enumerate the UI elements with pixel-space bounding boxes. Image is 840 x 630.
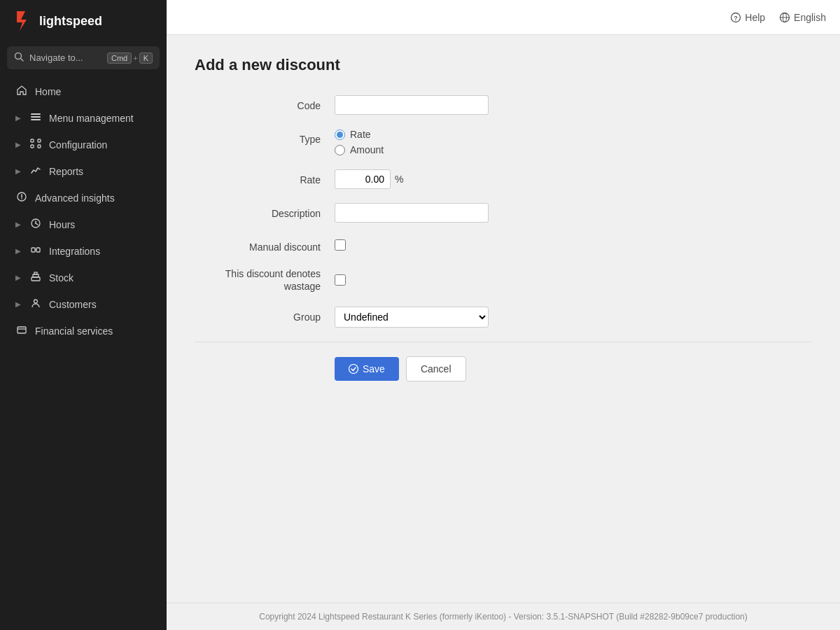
- svg-rect-6: [31, 139, 34, 142]
- cancel-button[interactable]: Cancel: [406, 356, 466, 382]
- type-rate-option[interactable]: Rate: [335, 129, 615, 140]
- nav-items: Home ▶ Menu management ▶ Configuration ▶…: [0, 74, 167, 630]
- group-label: Group: [195, 307, 335, 323]
- cmd-key: Cmd: [107, 52, 132, 64]
- sidebar-item-integrations-label: Integrations: [49, 246, 100, 257]
- sidebar-item-home[interactable]: Home: [4, 78, 162, 104]
- config-icon: [29, 138, 42, 151]
- type-control: Rate Amount: [335, 129, 615, 155]
- svg-rect-7: [31, 145, 34, 148]
- sidebar-item-customers[interactable]: ▶ Customers: [4, 291, 162, 317]
- sidebar: lightspeed Navigate to... Cmd + K Home ▶…: [0, 0, 167, 630]
- code-input[interactable]: [335, 95, 489, 115]
- chevron-right-icon: ▶: [15, 274, 21, 281]
- rate-row: Rate 0.00 %: [195, 169, 812, 189]
- sidebar-item-hours-label: Hours: [49, 219, 75, 230]
- svg-rect-19: [31, 277, 40, 281]
- type-row: Type Rate Amount: [195, 129, 812, 155]
- svg-rect-23: [18, 327, 26, 333]
- svg-rect-4: [31, 116, 41, 118]
- sidebar-item-stock[interactable]: ▶ Stock: [4, 265, 162, 290]
- svg-marker-0: [17, 11, 27, 31]
- svg-line-2: [21, 59, 24, 62]
- code-control: [335, 95, 615, 115]
- svg-rect-3: [31, 113, 41, 115]
- wastage-control: [335, 272, 615, 288]
- group-select[interactable]: Undefined: [335, 307, 489, 328]
- page-title: Add a new discount: [195, 56, 812, 74]
- sidebar-item-configuration-label: Configuration: [49, 139, 107, 150]
- lightspeed-logo-icon: [11, 10, 34, 32]
- help-label: Help: [745, 12, 765, 23]
- sidebar-item-customers-label: Customers: [49, 299, 97, 310]
- type-rate-radio[interactable]: [335, 130, 345, 140]
- description-row: Description: [195, 203, 812, 223]
- sidebar-item-advanced-insights-label: Advanced insights: [35, 192, 115, 204]
- save-label: Save: [363, 363, 385, 374]
- svg-rect-5: [31, 119, 41, 120]
- code-label: Code: [195, 95, 335, 111]
- navigate-label: Navigate to...: [29, 52, 102, 63]
- description-control: [335, 203, 615, 223]
- svg-rect-16: [31, 248, 35, 252]
- sidebar-item-reports[interactable]: ▶ Reports: [4, 158, 162, 184]
- rate-unit: %: [395, 174, 403, 185]
- svg-rect-9: [38, 145, 41, 148]
- sidebar-item-financial-services[interactable]: Financial services: [4, 318, 162, 344]
- menu-icon: [29, 111, 42, 125]
- wastage-checkbox[interactable]: [335, 274, 346, 286]
- help-button[interactable]: ? Help: [730, 12, 765, 23]
- manual-discount-row: Manual discount: [195, 237, 812, 253]
- chevron-right-icon: ▶: [15, 167, 21, 175]
- description-input[interactable]: [335, 203, 489, 223]
- language-label: English: [794, 12, 826, 23]
- sidebar-item-integrations[interactable]: ▶ Integrations: [4, 238, 162, 264]
- save-button[interactable]: Save: [335, 357, 399, 381]
- group-row: Group Undefined: [195, 307, 812, 328]
- topbar: ? Help English: [167, 0, 840, 35]
- customers-icon: [29, 298, 42, 311]
- navigate-shortcut: Cmd + K: [107, 52, 153, 64]
- chevron-right-icon: ▶: [15, 247, 21, 255]
- rate-input[interactable]: 0.00: [335, 169, 391, 189]
- navigate-bar[interactable]: Navigate to... Cmd + K: [7, 46, 160, 69]
- footer-text: Copyright 2024 Lightspeed Restaurant K S…: [259, 612, 748, 622]
- sidebar-item-hours[interactable]: ▶ Hours: [4, 211, 162, 237]
- manual-discount-checkbox[interactable]: [335, 239, 346, 251]
- form-buttons: Save Cancel: [195, 356, 812, 382]
- main-area: ? Help English Add a new discount Code T…: [167, 0, 840, 630]
- manual-discount-label: Manual discount: [195, 237, 335, 253]
- form-divider: [195, 342, 812, 342]
- group-control: Undefined: [335, 307, 615, 328]
- type-amount-radio[interactable]: [335, 145, 345, 155]
- svg-line-15: [36, 223, 38, 225]
- svg-rect-17: [36, 248, 40, 252]
- save-icon: [349, 364, 358, 374]
- integrations-icon: [29, 244, 42, 258]
- sidebar-logo[interactable]: lightspeed: [0, 0, 167, 42]
- chevron-right-icon: ▶: [15, 220, 21, 228]
- sidebar-item-home-label: Home: [35, 86, 61, 97]
- manual-discount-control: [335, 237, 615, 253]
- discount-form: Code Type Rate Amount: [195, 95, 812, 382]
- rate-control: 0.00 %: [335, 169, 615, 189]
- sidebar-item-stock-label: Stock: [49, 272, 74, 284]
- language-selector[interactable]: English: [779, 12, 826, 23]
- type-amount-option[interactable]: Amount: [335, 144, 615, 155]
- plus-sign: +: [133, 54, 137, 62]
- stock-icon: [29, 271, 42, 284]
- svg-point-22: [34, 300, 38, 303]
- sidebar-item-reports-label: Reports: [49, 166, 83, 177]
- sidebar-item-financial-services-label: Financial services: [35, 326, 113, 337]
- type-label: Type: [195, 129, 335, 145]
- svg-rect-8: [38, 139, 41, 142]
- sidebar-item-advanced-insights[interactable]: Advanced insights: [4, 185, 162, 211]
- chevron-right-icon: ▶: [15, 300, 21, 308]
- chevron-right-icon: ▶: [15, 141, 21, 148]
- svg-point-30: [349, 365, 358, 374]
- globe-icon: [779, 12, 790, 23]
- sidebar-item-configuration[interactable]: ▶ Configuration: [4, 132, 162, 158]
- help-icon: ?: [730, 12, 741, 23]
- sidebar-item-menu-management[interactable]: ▶ Menu management: [4, 105, 162, 131]
- wastage-label: This discount denotes wastage: [195, 267, 335, 293]
